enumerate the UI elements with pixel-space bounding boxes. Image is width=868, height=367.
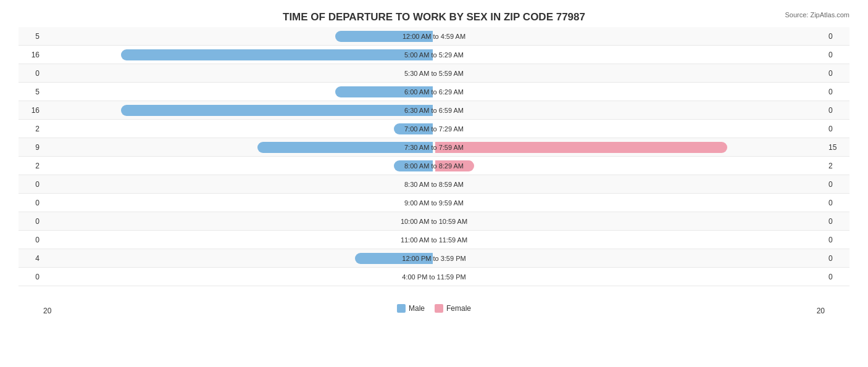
male-bar-wrap <box>43 122 434 136</box>
female-value: 2 <box>825 162 849 170</box>
female-bar <box>435 142 727 153</box>
male-bar-wrap <box>43 270 434 284</box>
female-bar-wrap <box>434 30 825 43</box>
female-value: 0 <box>825 106 849 115</box>
male-bar-wrap <box>43 233 434 247</box>
table-row: 27:00 AM to 7:29 AM0 <box>19 120 849 138</box>
bars-section: 7:00 AM to 7:29 AM <box>43 120 825 138</box>
female-bar-wrap <box>434 159 825 173</box>
female-value: 0 <box>825 236 849 244</box>
female-value: 0 <box>825 180 849 189</box>
table-row: 08:30 AM to 8:59 AM0 <box>19 175 849 194</box>
male-value: 0 <box>19 273 43 281</box>
female-bar <box>435 160 474 171</box>
legend: Male Female <box>397 304 471 313</box>
male-value: 16 <box>19 106 43 115</box>
male-label: Male <box>409 304 425 313</box>
male-value: 4 <box>19 254 43 263</box>
axis-right-label: 20 <box>817 307 825 315</box>
female-bar-wrap <box>434 270 825 284</box>
male-value: 0 <box>19 217 43 226</box>
male-bar-wrap <box>43 85 434 99</box>
legend-male: Male <box>397 304 425 313</box>
female-value: 0 <box>825 125 849 133</box>
female-value: 0 <box>825 88 849 96</box>
male-bar-wrap <box>43 67 434 80</box>
female-label: Female <box>446 304 471 313</box>
female-bar-wrap <box>434 122 825 136</box>
table-row: 165:00 AM to 5:29 AM0 <box>19 46 849 64</box>
table-row: 011:00 AM to 11:59 AM0 <box>19 231 849 249</box>
table-row: 28:00 AM to 8:29 AM2 <box>19 157 849 175</box>
table-row: 010:00 AM to 10:59 AM0 <box>19 212 849 231</box>
female-bar-wrap <box>434 196 825 210</box>
bars-section: 12:00 PM to 3:59 PM <box>43 249 825 267</box>
male-value: 0 <box>19 69 43 78</box>
female-value: 0 <box>825 51 849 59</box>
axis-left-label: 20 <box>43 307 51 315</box>
male-value: 16 <box>19 51 43 59</box>
male-bar-wrap <box>43 196 434 210</box>
bars-section: 11:00 AM to 11:59 AM <box>43 231 825 249</box>
female-bar-wrap <box>434 252 825 265</box>
legend-female: Female <box>435 304 471 313</box>
female-value: 0 <box>825 199 849 207</box>
male-bar <box>121 105 433 116</box>
table-row: 04:00 PM to 11:59 PM0 <box>19 268 849 286</box>
bars-section: 5:00 AM to 5:29 AM <box>43 46 825 64</box>
female-bar-wrap <box>434 85 825 99</box>
male-bar-wrap <box>43 48 434 62</box>
table-row: 166:30 AM to 6:59 AM0 <box>19 101 849 120</box>
bars-section: 4:00 PM to 11:59 PM <box>43 268 825 286</box>
male-bar <box>335 86 433 97</box>
chart-area: 512:00 AM to 4:59 AM0165:00 AM to 5:29 A… <box>19 27 849 315</box>
male-bar-wrap <box>43 30 434 43</box>
rows-container: 512:00 AM to 4:59 AM0165:00 AM to 5:29 A… <box>19 27 849 297</box>
male-value: 9 <box>19 143 43 152</box>
bars-section: 5:30 AM to 5:59 AM <box>43 64 825 82</box>
male-bar <box>355 253 433 264</box>
male-value: 5 <box>19 88 43 96</box>
male-bar-wrap <box>43 215 434 228</box>
bars-section: 10:00 AM to 10:59 AM <box>43 212 825 230</box>
table-row: 412:00 PM to 3:59 PM0 <box>19 249 849 268</box>
table-row: 05:30 AM to 5:59 AM0 <box>19 64 849 83</box>
bars-section: 8:30 AM to 8:59 AM <box>43 175 825 193</box>
bars-section: 6:00 AM to 6:29 AM <box>43 83 825 101</box>
female-value: 0 <box>825 32 849 41</box>
bars-section: 7:30 AM to 7:59 AM <box>43 138 825 156</box>
male-value: 2 <box>19 162 43 170</box>
male-bar-wrap <box>43 178 434 191</box>
male-swatch <box>397 304 406 313</box>
female-bar-wrap <box>434 67 825 80</box>
table-row: 97:30 AM to 7:59 AM15 <box>19 138 849 157</box>
female-value: 0 <box>825 217 849 226</box>
source-text: Source: ZipAtlas.com <box>785 11 849 19</box>
female-bar-wrap <box>434 233 825 247</box>
female-bar-wrap <box>434 104 825 117</box>
bars-section: 9:00 AM to 9:59 AM <box>43 194 825 212</box>
bars-section: 8:00 AM to 8:29 AM <box>43 157 825 175</box>
female-value: 15 <box>825 143 849 152</box>
female-bar-wrap <box>434 141 825 154</box>
chart-container: TIME OF DEPARTURE TO WORK BY SEX IN ZIP … <box>0 0 868 367</box>
male-bar-wrap <box>43 104 434 117</box>
chart-title: TIME OF DEPARTURE TO WORK BY SEX IN ZIP … <box>19 11 849 23</box>
male-bar <box>121 49 433 60</box>
male-bar <box>394 123 433 134</box>
female-bar-wrap <box>434 178 825 191</box>
female-value: 0 <box>825 69 849 78</box>
table-row: 09:00 AM to 9:59 AM0 <box>19 194 849 212</box>
bars-section: 6:30 AM to 6:59 AM <box>43 101 825 119</box>
table-row: 56:00 AM to 6:29 AM0 <box>19 83 849 101</box>
male-bar <box>394 160 433 171</box>
male-value: 0 <box>19 199 43 207</box>
bars-section: 12:00 AM to 4:59 AM <box>43 27 825 45</box>
bottom-axis: 20 Male Female 20 <box>43 307 825 315</box>
female-bar-wrap <box>434 215 825 228</box>
male-bar-wrap <box>43 159 434 173</box>
female-value: 0 <box>825 254 849 263</box>
female-swatch <box>435 304 443 313</box>
male-bar <box>257 142 433 153</box>
male-value: 0 <box>19 236 43 244</box>
